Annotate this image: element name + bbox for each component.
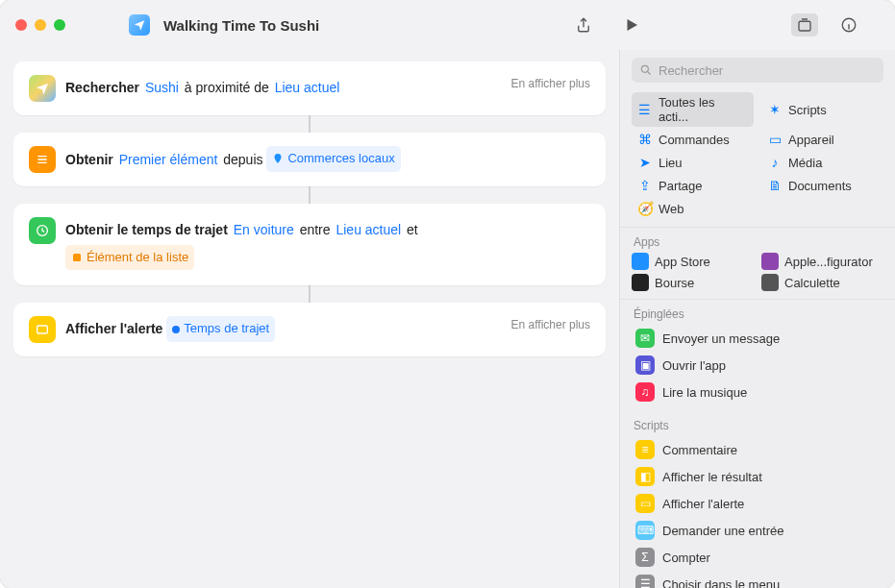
cat-commands[interactable]: ⌘Commandes xyxy=(632,129,754,150)
sidebar: Rechercher ☰Toutes les acti... ✶Scripts … xyxy=(619,50,895,588)
share-button[interactable] xyxy=(570,13,597,37)
titlebar-actions xyxy=(570,13,880,37)
comment-icon: ≡ xyxy=(635,440,655,459)
show-more-button[interactable]: En afficher plus xyxy=(511,77,591,90)
svg-point-5 xyxy=(641,65,648,72)
share-icon: ⇪ xyxy=(637,178,653,193)
svg-rect-4 xyxy=(37,326,48,333)
music-icon: ♫ xyxy=(635,382,655,402)
show-more-button[interactable]: En afficher plus xyxy=(511,318,591,331)
pinned-section-label: Épinglées xyxy=(620,300,895,325)
pinned-item[interactable]: ♫Lire la musique xyxy=(632,379,883,405)
app-window: { "header": { "title": "Walking Time To … xyxy=(0,0,895,588)
cat-documents[interactable]: 🗎Documents xyxy=(761,175,883,196)
app-item[interactable]: App Store xyxy=(632,253,754,270)
param-start-location[interactable]: Lieu actuel xyxy=(334,222,403,237)
pinned-item[interactable]: ▣Ouvrir l'app xyxy=(632,352,883,379)
alert-icon: ▭ xyxy=(635,494,655,513)
cat-label: Média xyxy=(788,156,822,170)
svg-rect-3 xyxy=(73,254,81,261)
cmd-icon: ⌘ xyxy=(637,132,653,147)
input-icon: ⌨ xyxy=(635,521,655,540)
app-icon xyxy=(632,274,649,291)
action-travel-time[interactable]: Obtenir le temps de trajet En voiture en… xyxy=(13,204,606,285)
list-icon: ☰ xyxy=(637,102,653,117)
script-item[interactable]: ⌨Demander une entrée xyxy=(632,517,883,544)
cat-device[interactable]: ▭Appareil xyxy=(761,129,883,150)
list-icon xyxy=(29,146,56,173)
param-search-term[interactable]: Sushi xyxy=(143,80,181,95)
info-button[interactable] xyxy=(835,13,862,37)
app-item[interactable]: Bourse xyxy=(632,274,754,291)
search-icon xyxy=(639,63,653,77)
variable-list-item[interactable]: Élément de la liste xyxy=(65,245,194,271)
item-label: Afficher le résultat xyxy=(662,470,762,484)
window-controls xyxy=(15,19,65,31)
action-show-alert[interactable]: Afficher l'alerte Temps de trajet En aff… xyxy=(13,303,606,356)
clock-icon xyxy=(29,217,56,244)
script-item[interactable]: ◧Afficher le résultat xyxy=(632,463,883,490)
pinned-item[interactable]: ✉Envoyer un message xyxy=(632,325,883,352)
action-label: Obtenir xyxy=(65,152,113,167)
cat-label: Partage xyxy=(659,179,703,193)
chip-label: Commerces locaux xyxy=(287,147,394,171)
doc-icon: 🗎 xyxy=(767,178,783,193)
app-item[interactable]: Calculette xyxy=(761,274,883,291)
media-icon: ♪ xyxy=(767,155,783,170)
param-item-index[interactable]: Premier élément xyxy=(117,152,220,167)
chip-label: Temps de trajet xyxy=(184,317,269,341)
cat-location[interactable]: ➤Lieu xyxy=(632,152,754,173)
editor-canvas[interactable]: Rechercher Sushi à proximité de Lieu act… xyxy=(0,50,619,588)
cat-scripts[interactable]: ✶Scripts xyxy=(761,92,883,127)
script-item[interactable]: ΣCompter xyxy=(632,544,883,571)
item-label: Choisir dans le menu xyxy=(662,577,780,589)
cat-all-actions[interactable]: ☰Toutes les acti... xyxy=(632,92,754,127)
apps-grid: App Store Apple...figurator Bourse Calcu… xyxy=(620,253,895,299)
script-item[interactable]: ☰Choisir dans le menu xyxy=(632,571,883,588)
library-button[interactable] xyxy=(791,13,818,37)
minimize-button[interactable] xyxy=(35,19,46,31)
zoom-button[interactable] xyxy=(54,19,65,31)
result-icon: ◧ xyxy=(635,467,655,486)
action-search-places[interactable]: Rechercher Sushi à proximité de Lieu act… xyxy=(13,61,606,115)
action-get-item[interactable]: Obtenir Premier élément depuis Commerces… xyxy=(13,133,606,186)
search-placeholder: Rechercher xyxy=(659,63,723,78)
loc-icon: ➤ xyxy=(637,155,653,170)
run-button[interactable] xyxy=(618,13,645,37)
shortcut-icon xyxy=(129,14,150,36)
alert-icon xyxy=(29,316,56,343)
close-button[interactable] xyxy=(15,19,27,31)
cat-web[interactable]: 🧭Web xyxy=(632,198,754,219)
cat-label: Lieu xyxy=(659,156,683,170)
apps-section-label: Apps xyxy=(620,228,895,253)
variable-local-businesses[interactable]: Commerces locaux xyxy=(266,146,400,172)
item-label: Envoyer un message xyxy=(662,331,780,346)
app-label: App Store xyxy=(655,255,710,269)
script-item[interactable]: ≡Commentaire xyxy=(632,436,883,463)
sidebar-scroll[interactable]: Épinglées ✉Envoyer un message ▣Ouvrir l'… xyxy=(620,299,895,588)
app-item[interactable]: Apple...figurator xyxy=(761,253,883,270)
open-app-icon: ▣ xyxy=(635,355,655,375)
param-location[interactable]: Lieu actuel xyxy=(273,80,342,95)
variable-travel-time[interactable]: Temps de trajet xyxy=(166,316,275,342)
param-transport-mode[interactable]: En voiture xyxy=(232,222,296,237)
text: et xyxy=(407,222,418,237)
cat-media[interactable]: ♪Média xyxy=(761,152,883,173)
category-grid: ☰Toutes les acti... ✶Scripts ⌘Commandes … xyxy=(620,88,895,228)
web-icon: 🧭 xyxy=(637,201,653,216)
cat-label: Scripts xyxy=(788,103,827,117)
window-title: Walking Time To Sushi xyxy=(163,17,319,34)
item-label: Commentaire xyxy=(662,443,737,457)
count-icon: Σ xyxy=(635,548,655,567)
cat-share[interactable]: ⇪Partage xyxy=(632,175,754,196)
app-icon xyxy=(761,274,779,291)
item-label: Ouvrir l'app xyxy=(662,358,726,373)
search-input[interactable]: Rechercher xyxy=(632,58,883,83)
app-label: Calculette xyxy=(784,276,840,290)
action-label: Rechercher xyxy=(65,80,139,95)
item-label: Afficher l'alerte xyxy=(662,497,744,511)
message-icon: ✉ xyxy=(635,329,655,348)
body: Rechercher Sushi à proximité de Lieu act… xyxy=(0,50,895,588)
script-item[interactable]: ▭Afficher l'alerte xyxy=(632,490,883,517)
text: entre xyxy=(300,222,331,237)
